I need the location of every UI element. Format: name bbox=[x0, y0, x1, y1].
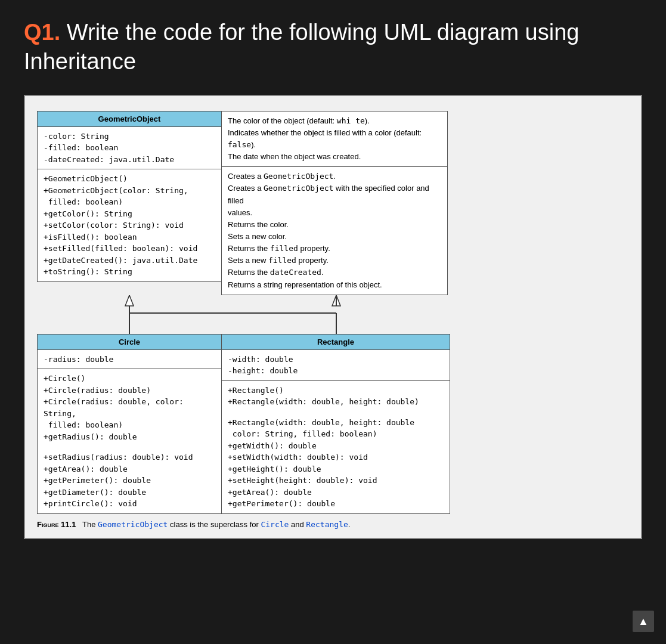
rectangle-fields: -width: double -height: double bbox=[222, 350, 450, 381]
caption-text4: . bbox=[348, 520, 351, 529]
diagram-container: GeometricObject -color: String -filled: … bbox=[24, 95, 642, 539]
figure-caption: Figure 11.1 The GeometricObject class is… bbox=[37, 520, 350, 529]
caption-text1: The bbox=[78, 520, 98, 529]
inheritance-arrows bbox=[37, 295, 472, 334]
rectangle-methods: +Rectangle() +Rectangle(width: double, h… bbox=[222, 381, 450, 513]
circle-header: Circle bbox=[38, 335, 221, 350]
rectangle-header: Rectangle bbox=[222, 335, 450, 350]
arrows-area bbox=[37, 295, 472, 334]
circle-class: Circle -radius: double +Circle() +Circle… bbox=[37, 334, 222, 514]
rectangle-class: Rectangle -width: double -height: double… bbox=[221, 334, 450, 514]
geometric-object-class: GeometricObject -color: String -filled: … bbox=[37, 111, 222, 282]
desc-methods-section: Creates a GeometricObject. Creates a Geo… bbox=[222, 167, 447, 294]
question-header: Q1. Write the code for the following UML… bbox=[24, 18, 642, 77]
scroll-up-button[interactable]: ▲ bbox=[633, 611, 654, 632]
caption-class3: Rectangle bbox=[306, 520, 348, 529]
caption-class1: GeometricObject bbox=[98, 520, 168, 529]
circle-fields: -radius: double bbox=[38, 350, 221, 370]
circle-methods: +Circle() +Circle(radius: double) +Circl… bbox=[38, 369, 221, 513]
q-label: Q1. bbox=[24, 20, 60, 45]
description-box: The color of the object (default: whi te… bbox=[221, 111, 448, 295]
caption-text2: class is the superclass for bbox=[168, 520, 261, 529]
caption-text3: and bbox=[289, 520, 306, 529]
header-title: Write the code for the following UML dia… bbox=[24, 20, 579, 74]
caption-class2: Circle bbox=[261, 520, 289, 529]
svg-marker-3 bbox=[125, 295, 134, 306]
geometric-object-methods: +GeometricObject() +GeometricObject(colo… bbox=[38, 169, 221, 281]
geometric-object-fields: -color: String -filled: boolean -dateCre… bbox=[38, 127, 221, 170]
desc-fields-section: The color of the object (default: whi te… bbox=[222, 112, 447, 168]
figure-label: Figure 11.1 bbox=[37, 520, 76, 529]
geometric-object-header: GeometricObject bbox=[38, 112, 221, 127]
